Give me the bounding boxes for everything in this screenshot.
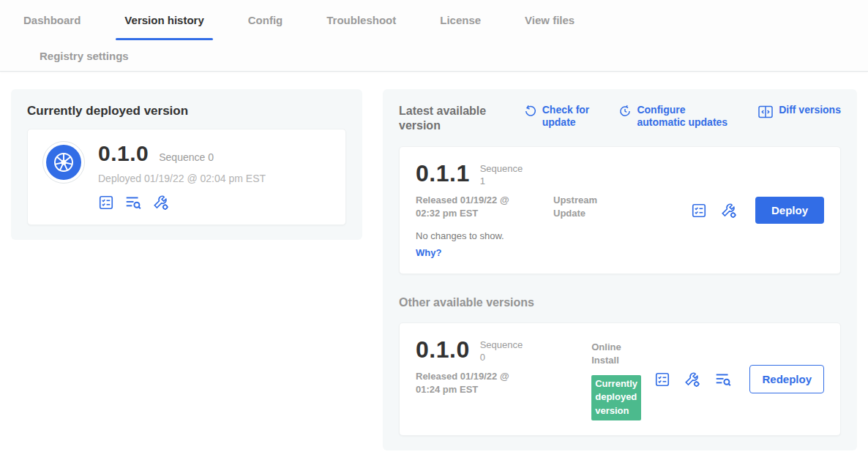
app-logo-ring <box>42 141 85 184</box>
view-logs-icon[interactable] <box>714 371 732 388</box>
why-link[interactable]: Why? <box>416 247 441 258</box>
currently-deployed-panel: Currently deployed version <box>11 89 362 240</box>
latest-available-panel: Latest available version Check for updat… <box>383 89 857 450</box>
nav-row-primary: Dashboard Version history Config Trouble… <box>0 0 868 40</box>
release-notes-icon[interactable] <box>98 195 114 211</box>
main-content: Currently deployed version <box>0 72 868 468</box>
deployed-sequence-label: Sequence 0 <box>159 151 214 163</box>
latest-card-actions: Deploy <box>691 197 824 224</box>
latest-source-label: Upstream Update <box>553 194 619 220</box>
tab-view-files[interactable]: View files <box>522 0 577 40</box>
deployed-version-number: 0.1.0 <box>98 141 149 166</box>
other-card-actions: Redeploy <box>654 365 824 393</box>
other-version-info: 0.1.0 Sequence 0 Released 01/19/22 @ 01:… <box>416 338 588 396</box>
deployed-version-row: 0.1.0 Sequence 0 <box>98 141 266 166</box>
tab-registry-settings[interactable]: Registry settings <box>37 50 132 62</box>
deployed-actions-row <box>98 194 266 211</box>
other-released-timestamp: Released 01/19/22 @ 01:24 pm EST <box>416 370 531 396</box>
check-for-update-label: Check for update <box>542 104 595 129</box>
other-meta-row: Released 01/19/22 @ 01:24 pm EST <box>416 370 588 396</box>
deployed-version-info: 0.1.0 Sequence 0 Deployed 01/19/22 @ 02:… <box>98 141 266 211</box>
other-source-label: Online Install <box>591 338 637 367</box>
view-logs-icon[interactable] <box>124 194 142 211</box>
latest-version-number: 0.1.1 <box>416 162 470 185</box>
redeploy-button[interactable]: Redeploy <box>749 365 824 393</box>
latest-version-card: 0.1.1 Sequence 1 Released 01/19/22 @ 02:… <box>399 146 841 274</box>
nav-row-secondary: Registry settings <box>0 40 868 71</box>
latest-header: Latest available version Check for updat… <box>399 104 841 133</box>
other-sequence-label: Sequence 0 <box>480 338 528 364</box>
deployed-version-card: 0.1.0 Sequence 0 Deployed 01/19/22 @ 02:… <box>27 129 346 225</box>
tab-license[interactable]: License <box>437 0 484 40</box>
top-navigation: Dashboard Version history Config Trouble… <box>0 0 868 72</box>
configure-automatic-updates-link[interactable]: Configure automatic updates <box>618 104 733 129</box>
other-version-row: 0.1.0 Sequence 0 <box>416 338 588 364</box>
configure-automatic-updates-label: Configure automatic updates <box>637 104 733 129</box>
auto-update-clock-icon <box>618 105 632 118</box>
other-version-card: 0.1.0 Sequence 0 Released 01/19/22 @ 01:… <box>399 322 841 436</box>
deployed-timestamp: Deployed 01/19/22 @ 02:04 pm EST <box>98 173 266 184</box>
other-version-number: 0.1.0 <box>416 338 470 361</box>
currently-deployed-title: Currently deployed version <box>27 104 346 118</box>
tab-dashboard[interactable]: Dashboard <box>20 0 83 40</box>
diff-icon <box>757 105 774 119</box>
check-for-update-link[interactable]: Check for update <box>524 104 595 129</box>
no-changes-text: No changes to show. <box>416 230 691 241</box>
other-available-versions-heading: Other available versions <box>399 296 841 309</box>
config-icon[interactable] <box>720 202 738 219</box>
latest-released-timestamp: Released 01/19/22 @ 02:32 pm EST <box>416 194 531 220</box>
latest-meta-row: Released 01/19/22 @ 02:32 pm EST Upstrea… <box>416 194 691 220</box>
currently-deployed-badge: Currently deployed version <box>591 375 641 421</box>
release-notes-icon[interactable] <box>691 203 707 219</box>
refresh-arrow-icon <box>524 105 537 118</box>
deploy-button[interactable]: Deploy <box>755 197 824 224</box>
config-icon[interactable] <box>684 371 701 388</box>
config-icon[interactable] <box>152 194 170 211</box>
diff-versions-label: Diff versions <box>779 104 841 116</box>
tab-version-history[interactable]: Version history <box>121 0 206 40</box>
tab-config[interactable]: Config <box>245 0 285 40</box>
latest-available-title: Latest available version <box>399 104 500 133</box>
diff-versions-link[interactable]: Diff versions <box>757 104 841 119</box>
tab-troubleshoot[interactable]: Troubleshoot <box>323 0 399 40</box>
latest-version-row: 0.1.1 Sequence 1 <box>416 162 691 188</box>
kubernetes-logo-icon <box>46 145 81 180</box>
other-source-column: Online Install Currently deployed versio… <box>591 338 654 420</box>
latest-version-info: 0.1.1 Sequence 1 Released 01/19/22 @ 02:… <box>416 162 691 259</box>
latest-sequence-label: Sequence 1 <box>480 162 528 188</box>
release-notes-icon[interactable] <box>654 371 670 388</box>
